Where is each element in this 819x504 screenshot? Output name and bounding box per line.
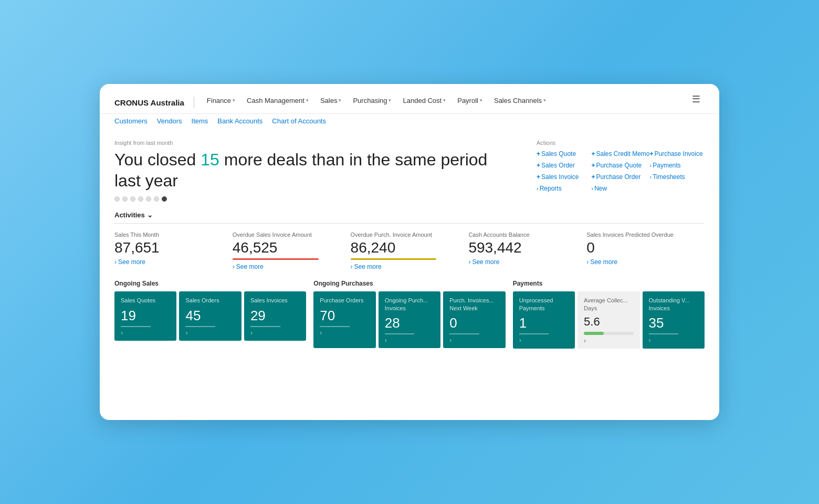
tile-underline [519,333,549,334]
action-item-purchase-order[interactable]: + Purchase Order [591,172,649,182]
tile-title: Unprocessed Payments [519,297,569,312]
nav-menu-right: ☰ [688,91,705,113]
action-item-payments[interactable]: › Payments [650,161,705,170]
action-item-new[interactable]: › New [591,184,649,193]
tile-title: Purch. Invoices... Next Week [449,297,499,312]
action-item-sales-order[interactable]: + Sales Order [537,161,591,170]
tile-underline [320,326,350,327]
tile-underline [250,326,280,327]
actions-label: Actions [537,140,705,146]
nav-item-payroll[interactable]: Payroll▾ [452,93,488,112]
stat-label: Sales Invoices Predicted Overdue [586,231,694,238]
tile-ongoing-purch-invoic[interactable]: Ongoing Purch... Invoices 28 › [379,291,440,348]
action-label: Purchase Order [596,173,640,181]
action-label: Payments [653,162,680,169]
tile-row: Unprocessed Payments 1 › Average Collec.… [513,291,705,349]
stat-bar [351,258,437,260]
tile-sales-orders[interactable]: Sales Orders 45 › [179,291,241,340]
action-label: Timesheets [653,173,685,181]
carousel-dot-1[interactable] [122,196,128,202]
carousel-dot-0[interactable] [114,196,120,202]
tile-group-label: Payments [513,280,705,287]
nav-item-purchasing[interactable]: Purchasing▾ [348,93,396,112]
carousel-dot-4[interactable] [146,196,151,202]
tile-progress-fill [584,332,604,335]
see-more-label: See more [590,258,617,266]
nav-label: Landed Cost [403,97,442,104]
hamburger-icon[interactable]: ☰ [688,91,705,107]
tile-arrow-icon: › [185,329,235,337]
action-item-purchase-invoice[interactable]: + Purchase Invoice [650,149,705,159]
see-more-link[interactable]: › See more [468,258,576,266]
tile-title: Purchase Orders [320,297,369,304]
nav-label: Sales Channels [494,97,542,104]
see-more-link[interactable]: › See more [233,263,340,270]
tile-group-payments: Payments Unprocessed Payments 1 › Averag… [513,280,705,349]
see-more-link[interactable]: › See more [114,258,222,266]
tile-value: 35 [649,315,698,331]
nav-item-landed-cost[interactable]: Landed Cost▾ [397,93,451,112]
subnav-item-chart-of-accounts[interactable]: Chart of Accounts [272,117,326,128]
stat-label: Sales This Month [114,231,222,238]
tile-purchase-orders[interactable]: Purchase Orders 70 › [313,291,375,348]
nav-label: Purchasing [353,97,387,104]
activities-section: Activities ⌄ Sales This Month 87,651 › S… [114,211,705,270]
plus-icon: + [591,150,595,158]
see-more-link[interactable]: › See more [586,258,694,266]
carousel-dot-2[interactable] [130,196,135,202]
tile-title: Average Collec... Days [584,297,633,312]
tile-purch-invoices-next-[interactable]: Purch. Invoices... Next Week 0 › [443,291,505,348]
see-more-link[interactable]: › See more [351,263,458,270]
action-item-sales-quote[interactable]: + Sales Quote [537,149,591,159]
hero-left: Insight from last month You closed 15 mo… [114,140,516,202]
chevron-icon: ▾ [480,98,482,103]
chevron-icon: ▾ [339,98,341,103]
action-item-sales-credit-memo[interactable]: + Sales Credit Memo [591,149,649,159]
tile-underline [185,326,215,327]
nav-item-finance[interactable]: Finance▾ [202,93,240,112]
chevron-icon: ▾ [306,98,309,103]
see-more-label: See more [236,263,264,270]
see-more-label: See more [118,258,145,266]
activities-divider [114,223,705,224]
activities-header[interactable]: Activities ⌄ [114,211,705,219]
stat-item: Overdue Sales Invoice Amount 46,525 › Se… [233,231,351,270]
action-label: Purchase Invoice [655,150,703,158]
carousel-dot-6[interactable] [162,196,167,202]
chevron-icon: ▾ [388,98,391,103]
action-label: Reports [540,185,562,192]
nav-item-sales-channels[interactable]: Sales Channels▾ [489,93,551,112]
action-item-timesheets[interactable]: › Timesheets [650,172,705,182]
tile-arrow-icon: › [449,337,499,344]
nav-item-sales[interactable]: Sales▾ [315,93,347,112]
nav-menu: Finance▾Cash Management▾Sales▾Purchasing… [202,93,688,112]
tile-group-ongoing-purchases: Ongoing Purchases Purchase Orders 70 › O… [313,280,505,349]
action-label: Sales Order [541,162,575,169]
action-item-purchase-quote[interactable]: + Purchase Quote [591,161,649,170]
subnav-item-bank-accounts[interactable]: Bank Accounts [217,117,262,128]
arrow-icon: › [537,185,539,192]
actions-grid: + Sales Quote+ Sales Credit Memo+ Purcha… [537,149,705,193]
main-content: Insight from last month You closed 15 mo… [100,128,719,359]
stat-item: Overdue Purch. Invoice Amount 86,240 › S… [351,231,469,270]
tiles-section: Ongoing Sales Sales Quotes 19 › Sales Or… [114,280,705,349]
subnav-item-items[interactable]: Items [192,117,208,128]
tile-value: 19 [121,308,170,324]
tile-unprocessed-payments[interactable]: Unprocessed Payments 1 › [513,291,575,349]
hero-right: Actions + Sales Quote+ Sales Credit Memo… [537,140,705,202]
action-item-reports[interactable]: › Reports [537,184,591,193]
tile-outstanding-v-invoic[interactable]: Outstanding V... Invoices 35 › [643,291,705,349]
action-item-sales-invoice[interactable]: + Sales Invoice [537,172,591,182]
tile-title: Sales Orders [185,297,235,304]
nav-item-cash-management[interactable]: Cash Management▾ [242,93,314,112]
arrow-icon: › [650,162,652,169]
tile-sales-quotes[interactable]: Sales Quotes 19 › [114,291,176,340]
subnav-item-customers[interactable]: Customers [114,117,148,128]
tile-sales-invoices[interactable]: Sales Invoices 29 › [244,291,306,340]
carousel-dot-3[interactable] [138,196,143,202]
chevron-icon: ▾ [543,98,546,103]
tile-average-collec-days[interactable]: Average Collec... Days 5.6 › [578,291,639,349]
subnav-item-vendors[interactable]: Vendors [157,117,182,128]
carousel-dot-5[interactable] [154,196,159,202]
arrow-icon: › [650,174,652,180]
